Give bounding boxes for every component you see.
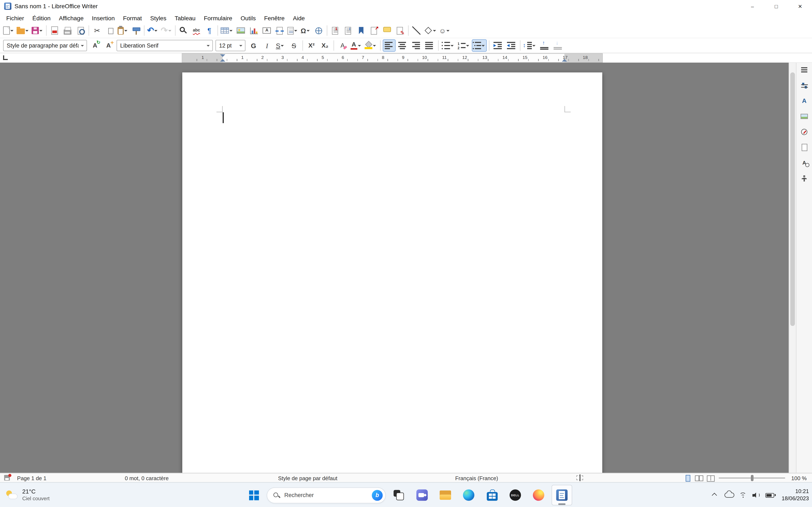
menu-format[interactable]: Format bbox=[119, 14, 146, 22]
italic-button[interactable]: I bbox=[260, 39, 273, 52]
close-button[interactable]: ✕ bbox=[788, 0, 812, 12]
align-right-button[interactable] bbox=[409, 39, 422, 52]
zoom-slider[interactable] bbox=[719, 473, 785, 482]
hyperlink-button[interactable] bbox=[312, 24, 325, 37]
insert-table-button[interactable] bbox=[219, 24, 235, 37]
sidebar-tab-navigator[interactable] bbox=[798, 126, 811, 138]
page-break-button[interactable] bbox=[273, 24, 286, 37]
taskbar-microsoft-store-button[interactable] bbox=[482, 485, 502, 506]
align-left-button[interactable] bbox=[383, 39, 395, 52]
selection-mode-icon[interactable] bbox=[576, 475, 583, 480]
indent-increase-button[interactable] bbox=[491, 39, 504, 52]
menu-fenetre[interactable]: Fenêtre bbox=[260, 14, 289, 22]
paragraph-space-increase-button[interactable] bbox=[538, 39, 551, 52]
start-button[interactable] bbox=[243, 485, 264, 506]
status-language[interactable]: Français (France) bbox=[455, 475, 498, 481]
menu-styles[interactable]: Styles bbox=[146, 14, 171, 22]
dropdown-arrow-icon[interactable] bbox=[294, 25, 298, 36]
vertical-scrollbar[interactable] bbox=[789, 62, 796, 473]
maximize-button[interactable]: □ bbox=[764, 0, 788, 12]
insert-textbox-button[interactable]: A bbox=[260, 24, 273, 37]
spelling-button[interactable]: abc bbox=[190, 24, 203, 37]
minimize-button[interactable]: – bbox=[741, 0, 764, 12]
insert-footnote-button[interactable] bbox=[329, 24, 342, 37]
export-pdf-button[interactable] bbox=[48, 24, 61, 37]
subscript-button[interactable]: X₂ bbox=[318, 39, 332, 52]
taskbar-file-explorer-button[interactable] bbox=[435, 485, 456, 506]
bold-button[interactable]: G bbox=[247, 39, 260, 52]
sidebar-tab-style-inspector[interactable]: A bbox=[798, 157, 811, 169]
underline-button[interactable]: S bbox=[274, 39, 287, 52]
formatting-marks-button[interactable]: ¶ bbox=[203, 24, 216, 37]
wifi-icon[interactable] bbox=[739, 492, 747, 498]
dropdown-arrow-icon[interactable] bbox=[25, 25, 30, 36]
save-button[interactable] bbox=[31, 24, 44, 37]
clone-formatting-button[interactable] bbox=[130, 24, 142, 37]
dropdown-arrow-icon[interactable] bbox=[154, 25, 159, 36]
clear-formatting-button[interactable]: A bbox=[336, 39, 349, 52]
dropdown-arrow-icon[interactable] bbox=[229, 25, 234, 36]
copy-button[interactable] bbox=[104, 24, 116, 37]
new-document-button[interactable] bbox=[2, 24, 16, 37]
taskbar-clock[interactable]: 10:21 18/06/2023 bbox=[782, 488, 809, 502]
battery-icon[interactable] bbox=[766, 493, 774, 498]
strikethrough-button[interactable]: S bbox=[287, 39, 300, 52]
align-center-button[interactable] bbox=[396, 39, 409, 52]
font-name-combo[interactable]: Liberation Serif bbox=[116, 40, 213, 51]
sidebar-tab-accessibility-check[interactable] bbox=[798, 173, 811, 184]
insert-line-button[interactable] bbox=[410, 24, 423, 37]
dropdown-arrow-icon[interactable] bbox=[432, 25, 437, 36]
insert-chart-button[interactable] bbox=[247, 24, 260, 37]
dropdown-arrow-icon[interactable] bbox=[450, 40, 454, 51]
print-button[interactable] bbox=[61, 24, 74, 37]
insert-field-button[interactable] bbox=[286, 24, 299, 37]
dropdown-arrow-icon[interactable] bbox=[281, 40, 285, 51]
dropdown-arrow-icon[interactable] bbox=[357, 40, 362, 51]
dropdown-arrow-icon[interactable] bbox=[306, 25, 311, 36]
paragraph-space-decrease-button[interactable] bbox=[551, 39, 564, 52]
insert-endnote-button[interactable] bbox=[342, 24, 355, 37]
status-page-style[interactable]: Style de page par défaut bbox=[278, 475, 337, 481]
status-page-count[interactable]: Page 1 de 1 bbox=[17, 475, 47, 481]
bookmark-button[interactable] bbox=[355, 24, 367, 37]
basic-shapes-button[interactable] bbox=[423, 24, 438, 37]
menu-formulaire[interactable]: Formulaire bbox=[200, 14, 237, 22]
dropdown-arrow-icon[interactable] bbox=[372, 40, 377, 51]
dropdown-arrow-icon[interactable] bbox=[10, 25, 14, 36]
sidebar-tab-properties[interactable] bbox=[798, 80, 811, 91]
font-name-dropdown-icon[interactable] bbox=[204, 40, 212, 51]
taskbar-libreoffice-writer-button[interactable] bbox=[552, 485, 572, 506]
scrollbar-thumb[interactable] bbox=[790, 72, 795, 326]
superscript-button[interactable]: X² bbox=[305, 39, 318, 52]
onedrive-icon[interactable] bbox=[725, 492, 733, 498]
list-bullet-button[interactable] bbox=[441, 39, 455, 52]
search-box[interactable]: b bbox=[267, 487, 386, 503]
status-word-count[interactable]: 0 mot, 0 caractère bbox=[125, 475, 168, 481]
menu-outils[interactable]: Outils bbox=[237, 14, 260, 22]
indent-marker-left[interactable] bbox=[220, 54, 225, 61]
highlight-color-button[interactable] bbox=[363, 39, 378, 52]
sidebar-tab-gallery[interactable] bbox=[798, 111, 811, 122]
paragraph-style-dropdown-icon[interactable] bbox=[79, 40, 87, 51]
menu-insertion[interactable]: Insertion bbox=[88, 14, 119, 22]
find-replace-button[interactable] bbox=[177, 24, 190, 37]
dropdown-arrow-icon[interactable] bbox=[168, 25, 172, 36]
undo-button[interactable]: ↶ bbox=[146, 24, 160, 37]
dropdown-arrow-icon[interactable] bbox=[531, 40, 536, 51]
new-style-button[interactable]: A bbox=[102, 39, 115, 52]
symbol-shapes-button[interactable]: ☺ bbox=[438, 24, 451, 37]
print-preview-button[interactable] bbox=[74, 24, 87, 37]
special-character-button[interactable]: Ω bbox=[299, 24, 312, 37]
zoom-slider-thumb[interactable] bbox=[751, 475, 753, 481]
menu-affichage[interactable]: Affichage bbox=[55, 14, 88, 22]
horizontal-ruler[interactable]: 1123456789101112131415161718 bbox=[182, 54, 602, 62]
sidebar-tab-page[interactable] bbox=[798, 142, 811, 153]
menu-fichier[interactable]: Fichier bbox=[2, 14, 28, 22]
sidebar-tab-sidebar-settings[interactable] bbox=[798, 64, 811, 76]
font-size-combo[interactable]: 12 pt bbox=[215, 40, 246, 51]
paragraph-style-combo[interactable]: Style de paragraphe par défa bbox=[3, 40, 87, 51]
paste-button[interactable] bbox=[116, 24, 130, 37]
line-spacing-button[interactable] bbox=[522, 39, 537, 52]
insert-comment-button[interactable] bbox=[380, 24, 394, 37]
document-page[interactable] bbox=[182, 72, 602, 473]
